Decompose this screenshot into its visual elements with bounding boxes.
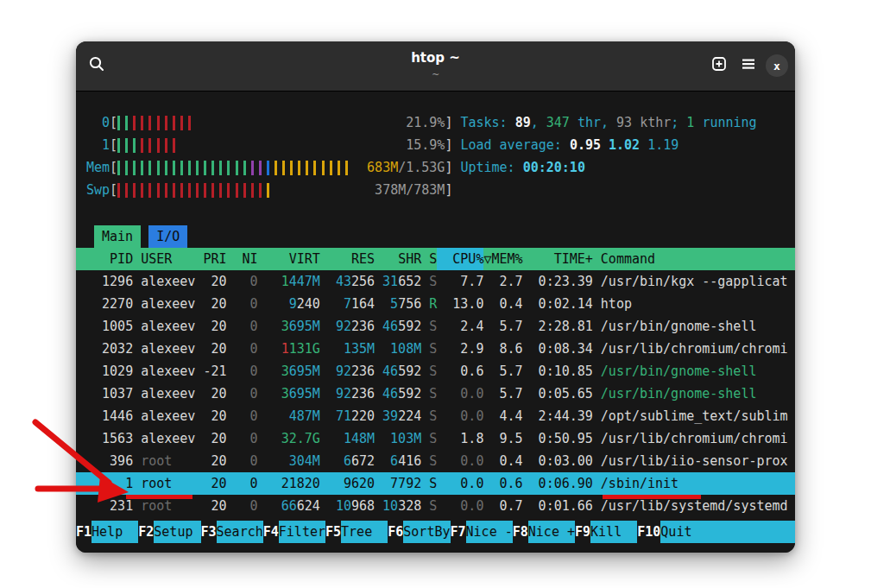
terminal: 0[21.9%]Tasks: 89, 347 thr, 93 kthr; 1 r… — [76, 92, 795, 553]
meter-bar — [157, 116, 160, 130]
cell-cpu-percent: 0.0 — [437, 495, 483, 517]
meter-open-bracket: [ — [110, 156, 117, 179]
meter-cpu1: 15.9% — [117, 134, 445, 156]
close-button[interactable]: x — [766, 54, 788, 77]
cell-user: root — [141, 450, 203, 472]
meter-cpu0: 21.9% — [117, 111, 445, 134]
column-header-mem[interactable]: MEM% — [491, 248, 522, 270]
cell-shr: 10328 — [375, 495, 421, 517]
fkey-search[interactable]: F3Search — [201, 521, 263, 543]
column-header-shr[interactable]: SHR — [375, 248, 421, 270]
process-row[interactable]: 1563alexeev20032.7G148M103MS1.89.50:50.9… — [76, 427, 795, 450]
column-header-cpu[interactable]: CPU% — [437, 248, 483, 270]
meter-bar — [227, 183, 230, 198]
process-row[interactable]: 2270alexeev200924071645756R13.00.40:02.1… — [76, 293, 795, 315]
process-row-selected[interactable]: 1root2002182096207792S0.00.60:06.90/sbin… — [76, 472, 795, 495]
cell-state: R — [421, 293, 437, 315]
cell-shr-part: 39 — [382, 408, 398, 424]
process-row[interactable]: 1005alexeev2003695M9223646592S2.45.72:28… — [76, 315, 795, 338]
process-table-header: PIDUSERPRINIVIRTRESSHRSCPU%▽MEM%TIME+Com… — [76, 248, 795, 270]
fkey-quit[interactable]: F10Quit — [637, 521, 795, 543]
process-row[interactable]: 231root200666241096810328S0.00.70:01.66/… — [76, 495, 795, 517]
meter-value: 21.9% — [406, 111, 445, 134]
meter-value: 378M/783M — [375, 179, 445, 201]
process-row[interactable]: 1446alexeev200487M7122039224S0.04.42:44.… — [76, 405, 795, 427]
cell-shr-part: 592 — [398, 319, 421, 334]
fkey-setup[interactable]: F2Setup — [138, 521, 200, 543]
fkey-action-label: Setup — [154, 521, 200, 543]
column-header-s[interactable]: S — [421, 248, 437, 270]
meter-bar — [133, 116, 136, 130]
process-row[interactable]: 2032alexeev2001131G135M108MS2.98.60:08.3… — [76, 338, 795, 360]
cell-virt-part: 240 — [297, 296, 320, 312]
info-text: 00:20:10 — [523, 160, 585, 175]
cell-cpu-percent: 0.0 — [437, 405, 483, 427]
tab-main[interactable]: Main — [94, 225, 141, 248]
meter-bar — [188, 161, 191, 175]
cell-ni: 0 — [227, 293, 258, 315]
process-row[interactable]: 396root200304M66726416S0.00.40:03.00/usr… — [76, 450, 795, 472]
meter-bar — [141, 161, 143, 175]
cell-virt-part: 695M — [289, 319, 320, 334]
cell-pid: 1296 — [86, 270, 133, 293]
fkey-sortby[interactable]: F6SortBy — [388, 521, 450, 543]
fkey-action-label: Nice - — [466, 521, 513, 543]
meter-label: 1 — [86, 134, 110, 156]
cell-res: 92236 — [320, 383, 375, 405]
meter-value-text: 21.9% — [406, 115, 445, 130]
process-row[interactable]: 1296alexeev2001447M4325631652S7.72.70:23… — [76, 270, 795, 293]
meter-close-bracket: ] — [445, 111, 452, 134]
column-header-user[interactable]: USER — [141, 248, 203, 270]
cell-virt: 3695M — [258, 360, 320, 383]
fkey-tree[interactable]: F5Tree — [325, 521, 388, 543]
column-header-virt[interactable]: VIRT — [258, 248, 320, 270]
column-header-time[interactable]: TIME+ — [523, 248, 593, 270]
meter-bar — [338, 161, 340, 175]
cell-res-part: 135M — [344, 341, 375, 357]
fkey-key-label: F7 — [451, 521, 466, 543]
fkey-kill[interactable]: F9Kill — [575, 521, 637, 543]
menu-button[interactable] — [736, 54, 761, 78]
meter-bar — [219, 161, 222, 175]
column-header-ni[interactable]: NI — [227, 248, 258, 270]
cell-command: /usr/bin/gnome-shell — [601, 383, 795, 405]
cell-time: 2:28.81 — [523, 315, 593, 338]
cell-mem-percent: 8.6 — [491, 338, 522, 360]
cell-res-part: 71 — [336, 408, 351, 424]
fkey-filter[interactable]: F4Filter — [263, 521, 325, 543]
process-row[interactable]: 1029alexeev-2103695M9223646592S0.65.70:1… — [76, 360, 795, 383]
cell-command: /usr/lib/iio-sensor-prox — [601, 450, 795, 472]
cell-res-part: 256 — [351, 274, 375, 289]
cell-pri: -21 — [203, 360, 226, 383]
fkey-help[interactable]: F1Help — [76, 521, 138, 543]
meter-bar — [204, 183, 206, 198]
tab-io[interactable]: I/O — [148, 225, 187, 248]
cell-pri: 20 — [203, 338, 226, 360]
meter-bar — [117, 183, 120, 198]
meter-bar — [173, 138, 175, 153]
cell-cpu-percent: 0.0 — [437, 450, 483, 472]
column-header-cmd[interactable]: Command — [601, 248, 795, 270]
cell-virt: 3695M — [258, 383, 320, 405]
meter-bar — [141, 138, 143, 153]
cell-time: 0:01.66 — [523, 495, 593, 517]
column-header-pid[interactable]: PID — [86, 248, 133, 270]
menu-icon — [740, 55, 757, 76]
fkey-nice[interactable]: F8Nice + — [513, 521, 575, 543]
new-tab-button[interactable] — [707, 54, 731, 78]
cell-pid: 1 — [86, 472, 133, 495]
column-header-res[interactable]: RES — [320, 248, 375, 270]
cell-res-part: 236 — [351, 364, 375, 379]
column-header-pri[interactable]: PRI — [203, 248, 226, 270]
fkey-nice[interactable]: F7Nice - — [451, 521, 513, 543]
process-row[interactable]: 1037alexeev2003695M9223646592S0.05.70:05… — [76, 383, 795, 405]
meter-bar — [173, 161, 175, 175]
cell-shr: 5756 — [375, 293, 421, 315]
meter-bar — [236, 183, 238, 198]
meter-bar — [259, 161, 262, 175]
cell-shr: 39224 — [375, 405, 421, 427]
cell-mem-percent: 0.7 — [491, 495, 522, 517]
cell-shr-part: 6 — [390, 453, 398, 469]
cell-cpu-percent: 0.0 — [437, 472, 483, 495]
meter-bar — [117, 161, 120, 175]
